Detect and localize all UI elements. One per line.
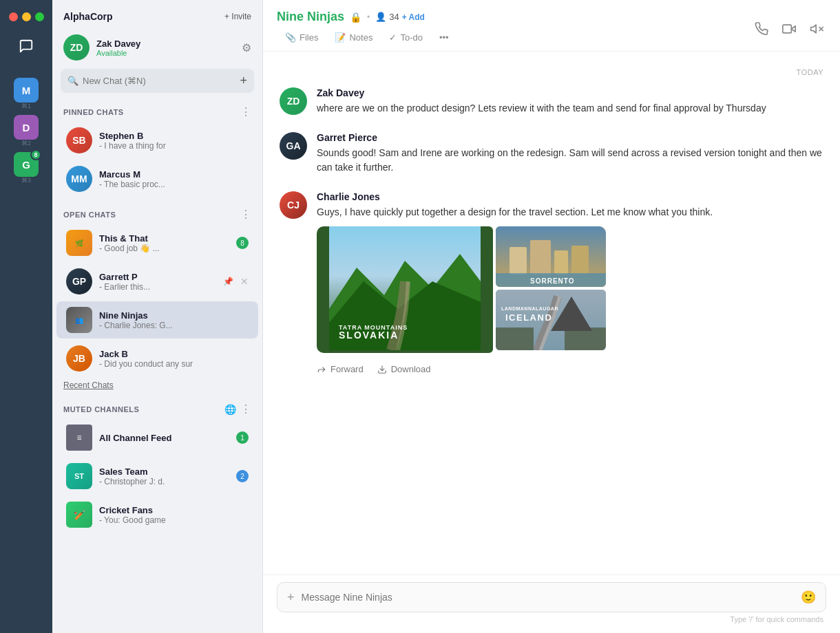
tab-notes-label: Notes [349,32,372,43]
chat-name-jack: Jack B [99,349,249,359]
chat-info-this-that: This & That - Good job 👋 ... [99,233,229,253]
message-group-garret: GA Garret Pierce Sounds good! Sam and Ir… [280,132,823,175]
tab-files[interactable]: 📎 Files [277,27,326,51]
chat-item-sales[interactable]: ST Sales Team - Christopher J: d. 2 [56,458,258,495]
msg-content-charlie: Charlie Jones Guys, I have quickly put t… [317,191,823,374]
msg-avatar-zak: ZD [280,87,307,115]
sidebar-avatar-d[interactable]: D [14,115,39,140]
download-button[interactable]: Download [377,364,431,374]
chat-avatar-marcus: MM [66,166,92,192]
traffic-light-yellow[interactable] [22,12,31,21]
chat-name-nine-ninjas: Nine Ninjas [99,310,249,321]
input-box: + 🙂 [277,582,826,612]
more-icon: ••• [439,32,449,43]
video-call-icon[interactable] [779,19,799,42]
files-icon: 📎 [285,32,296,43]
svg-rect-14 [571,246,589,275]
svg-rect-13 [554,250,568,275]
search-icon: 🔍 [67,76,78,86]
chat-item-stephen[interactable]: SB Stephen B - I have a thing for [56,122,258,159]
todo-icon: ✓ [389,32,397,43]
voice-call-icon[interactable] [752,19,771,42]
panel-header: AlphaCorp + Invite [52,0,262,29]
chat-preview-cricket: - You: Good game [99,515,249,525]
new-chat-button[interactable]: + [240,74,247,88]
chat-name-sales: Sales Team [99,466,229,477]
volume-icon[interactable] [807,19,826,42]
svg-marker-2 [811,25,817,33]
sidebar-avatar-m[interactable]: M [14,78,39,103]
traffic-light-red[interactable] [9,12,18,21]
msg-sender-garret: Garret Pierce [317,132,823,143]
chat-item-all-channel[interactable]: ≡ All Channel Feed 1 [56,419,258,456]
chat-item-this-that[interactable]: 🌿 This & That - Good job 👋 ... 8 [56,224,258,261]
avatar: ZD [63,34,90,61]
member-count: 34 [389,12,399,22]
date-divider: TODAY [280,63,823,87]
chat-name-stephen: Stephen B [99,131,249,141]
chat-avatar-this-that: 🌿 [66,230,92,256]
tab-more[interactable]: ••• [431,27,457,51]
channel-name: Nine Ninjas [277,10,344,24]
collage-right-images: SORRENTO [496,226,606,353]
attach-button[interactable]: + [287,590,295,605]
chat-item-garrett[interactable]: GP Garrett P - Earlier this... 📌 ✕ [56,263,258,300]
message-input[interactable] [302,592,794,603]
sidebar-avatar-g[interactable]: G 8 [14,152,39,177]
chat-preview-nine-ninjas: - Charlie Jones: G... [99,321,249,330]
chat-info-stephen: Stephen B - I have a thing for [99,131,249,151]
pinned-chats-header: PINNED CHATS ⋮ [52,101,262,121]
invite-button[interactable]: + Invite [224,12,251,21]
muted-channels-title: MUTED CHANNELS [63,405,139,414]
chat-info-marcus: Marcus M - The basic proc... [99,169,249,189]
message-actions: Forward Download [317,360,823,374]
settings-icon[interactable]: ⚙ [242,41,251,54]
members-info: 👤 34 + Add [375,12,425,22]
forward-button[interactable]: Forward [317,364,364,374]
search-input[interactable] [83,76,233,86]
chat-info-jack: Jack B - Did you conduct any sur [99,349,249,369]
open-chats-menu[interactable]: ⋮ [240,208,251,221]
chat-name-all-channel: All Channel Feed [99,433,229,443]
dot-separator: • [367,12,370,22]
chat-item-jack[interactable]: JB Jack B - Did you conduct any sur [56,340,258,377]
sidebar-icons: M ⌘1 D ⌘2 G 8 ⌘3 [0,0,52,633]
chat-item-nine-ninjas[interactable]: 👥 Nine Ninjas - Charlie Jones: G... [56,301,258,339]
chat-info-all-channel: All Channel Feed [99,433,229,443]
search-bar: 🔍 + [61,69,254,93]
globe-icon[interactable]: 🌐 [224,404,236,415]
sidebar-chat-icon[interactable] [11,31,41,61]
download-label: Download [391,364,431,374]
tab-notes[interactable]: 📝 Notes [326,27,381,51]
svg-rect-12 [530,240,551,275]
pin-icon-garrett: 📌 [223,277,233,286]
pinned-chats-menu[interactable]: ⋮ [240,105,251,118]
chat-title-row: Nine Ninjas 🔒 • 👤 34 + Add [277,10,752,24]
app-title: AlphaCorp [63,11,113,22]
quick-commands-hint: Type '/' for quick commands [277,612,826,623]
sidebar-badge-g: 8 [30,149,41,160]
recent-chats-link[interactable]: Recent Chats [52,378,262,396]
muted-section-icons: 🌐 ⋮ [224,403,251,416]
emoji-button[interactable]: 🙂 [801,590,816,605]
msg-avatar-garret: GA [280,132,307,160]
svg-marker-0 [791,25,795,31]
close-icon-garrett[interactable]: ✕ [240,276,249,287]
lock-icon: 🔒 [350,12,361,23]
chat-info-nine-ninjas: Nine Ninjas - Charlie Jones: G... [99,310,249,330]
sidebar-label-2: ⌘2 [21,140,31,147]
image-collage: TATRA MOUNTAINS SLOVAKIA [317,226,606,353]
chat-header: Nine Ninjas 🔒 • 👤 34 + Add 📎 Files 📝 Not… [263,0,840,52]
add-member-button[interactable]: + Add [402,12,425,22]
tab-todo-label: To-do [400,32,423,43]
chat-tabs: 📎 Files 📝 Notes ✓ To-do ••• [277,27,752,51]
chat-item-marcus[interactable]: MM Marcus M - The basic proc... [56,160,258,197]
tab-todo[interactable]: ✓ To-do [381,27,431,51]
messages-area: TODAY ZD Zak Davey where are we on the p… [263,52,840,575]
muted-channels-menu[interactable]: ⋮ [240,403,251,416]
traffic-light-green[interactable] [35,12,44,21]
chat-item-cricket[interactable]: 🏏 Cricket Fans - You: Good game [56,496,258,533]
chat-avatar-cricket: 🏏 [66,502,92,528]
msg-sender-zak: Zak Davey [317,87,823,98]
muted-channels-header: MUTED CHANNELS 🌐 ⋮ [52,398,262,418]
